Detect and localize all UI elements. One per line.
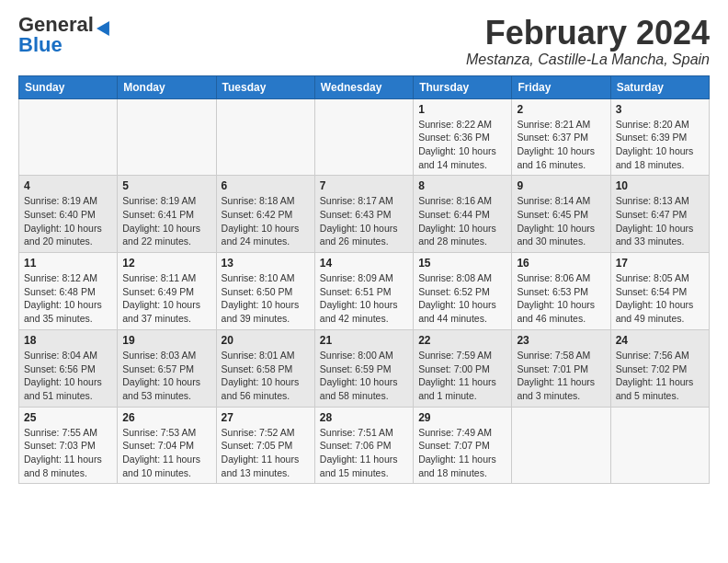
- day-number: 22: [418, 334, 506, 347]
- day-number: 2: [517, 103, 605, 116]
- weekday-header-sunday: Sunday: [19, 75, 118, 98]
- calendar-cell: 10Sunrise: 8:13 AMSunset: 6:47 PMDayligh…: [610, 176, 709, 253]
- day-number: 11: [24, 257, 112, 270]
- day-info: Sunrise: 8:04 AMSunset: 6:56 PMDaylight:…: [24, 349, 112, 403]
- day-info: Sunrise: 7:49 AMSunset: 7:07 PMDaylight:…: [418, 426, 506, 480]
- day-number: 20: [222, 334, 310, 347]
- day-info: Sunrise: 8:03 AMSunset: 6:57 PMDaylight:…: [122, 349, 210, 403]
- calendar-cell: 11Sunrise: 8:12 AMSunset: 6:48 PMDayligh…: [19, 253, 118, 330]
- weekday-header-thursday: Thursday: [414, 75, 512, 98]
- calendar-week-row: 18Sunrise: 8:04 AMSunset: 6:56 PMDayligh…: [19, 329, 710, 407]
- calendar-cell: 26Sunrise: 7:53 AMSunset: 7:04 PMDayligh…: [118, 407, 216, 484]
- day-number: 4: [24, 179, 112, 192]
- calendar-cell: 16Sunrise: 8:06 AMSunset: 6:53 PMDayligh…: [512, 253, 610, 330]
- day-info: Sunrise: 7:58 AMSunset: 7:01 PMDaylight:…: [517, 349, 605, 403]
- calendar-cell: 24Sunrise: 7:56 AMSunset: 7:02 PMDayligh…: [610, 329, 709, 407]
- day-info: Sunrise: 8:20 AMSunset: 6:39 PMDaylight:…: [616, 118, 704, 172]
- calendar-cell: 21Sunrise: 8:00 AMSunset: 6:59 PMDayligh…: [314, 329, 413, 407]
- calendar-cell: 2Sunrise: 8:21 AMSunset: 6:37 PMDaylight…: [512, 98, 610, 176]
- day-number: 13: [222, 257, 310, 270]
- calendar-cell: 13Sunrise: 8:10 AMSunset: 6:50 PMDayligh…: [216, 253, 314, 330]
- calendar-cell: 17Sunrise: 8:05 AMSunset: 6:54 PMDayligh…: [610, 253, 709, 330]
- weekday-header-wednesday: Wednesday: [314, 75, 413, 98]
- day-info: Sunrise: 8:21 AMSunset: 6:37 PMDaylight:…: [517, 118, 605, 172]
- month-title: February 2024: [466, 15, 710, 52]
- day-info: Sunrise: 7:59 AMSunset: 7:00 PMDaylight:…: [418, 349, 506, 403]
- day-number: 29: [418, 411, 506, 424]
- weekday-header-row: SundayMondayTuesdayWednesdayThursdayFrid…: [19, 75, 710, 98]
- day-info: Sunrise: 7:55 AMSunset: 7:03 PMDaylight:…: [24, 426, 112, 480]
- calendar-cell: 27Sunrise: 7:52 AMSunset: 7:05 PMDayligh…: [216, 407, 314, 484]
- calendar-cell: 14Sunrise: 8:09 AMSunset: 6:51 PMDayligh…: [314, 253, 413, 330]
- calendar-cell: 12Sunrise: 8:11 AMSunset: 6:49 PMDayligh…: [118, 253, 216, 330]
- day-info: Sunrise: 8:17 AMSunset: 6:43 PMDaylight:…: [320, 194, 408, 248]
- day-number: 7: [320, 179, 408, 192]
- calendar-cell: 19Sunrise: 8:03 AMSunset: 6:57 PMDayligh…: [118, 329, 216, 407]
- day-number: 25: [24, 411, 112, 424]
- weekday-header-saturday: Saturday: [610, 75, 709, 98]
- day-info: Sunrise: 8:11 AMSunset: 6:49 PMDaylight:…: [122, 271, 210, 326]
- calendar-cell: 6Sunrise: 8:18 AMSunset: 6:42 PMDaylight…: [216, 176, 314, 253]
- day-number: 24: [616, 334, 704, 347]
- calendar-cell: [19, 98, 118, 176]
- day-number: 16: [517, 257, 605, 270]
- calendar-cell: [314, 98, 413, 176]
- calendar-cell: 25Sunrise: 7:55 AMSunset: 7:03 PMDayligh…: [19, 407, 118, 484]
- day-info: Sunrise: 8:01 AMSunset: 6:58 PMDaylight:…: [222, 349, 310, 403]
- day-number: 17: [616, 257, 704, 270]
- day-info: Sunrise: 7:56 AMSunset: 7:02 PMDaylight:…: [616, 349, 704, 403]
- day-info: Sunrise: 8:12 AMSunset: 6:48 PMDaylight:…: [24, 271, 112, 326]
- day-number: 10: [616, 179, 704, 192]
- calendar-cell: 22Sunrise: 7:59 AMSunset: 7:00 PMDayligh…: [414, 329, 512, 407]
- calendar-cell: [118, 98, 216, 176]
- day-number: 21: [320, 334, 408, 347]
- calendar-header: SundayMondayTuesdayWednesdayThursdayFrid…: [19, 75, 710, 98]
- day-number: 9: [517, 179, 605, 192]
- day-info: Sunrise: 8:16 AMSunset: 6:44 PMDaylight:…: [418, 194, 506, 248]
- day-info: Sunrise: 7:52 AMSunset: 7:05 PMDaylight:…: [222, 426, 310, 480]
- day-info: Sunrise: 8:05 AMSunset: 6:54 PMDaylight:…: [616, 271, 704, 326]
- day-number: 23: [517, 334, 605, 347]
- day-number: 18: [24, 334, 112, 347]
- calendar-cell: 20Sunrise: 8:01 AMSunset: 6:58 PMDayligh…: [216, 329, 314, 407]
- day-info: Sunrise: 8:06 AMSunset: 6:53 PMDaylight:…: [517, 271, 605, 326]
- calendar-week-row: 25Sunrise: 7:55 AMSunset: 7:03 PMDayligh…: [19, 407, 710, 484]
- calendar-cell: 15Sunrise: 8:08 AMSunset: 6:52 PMDayligh…: [414, 253, 512, 330]
- day-info: Sunrise: 7:53 AMSunset: 7:04 PMDaylight:…: [122, 426, 210, 480]
- day-info: Sunrise: 8:14 AMSunset: 6:45 PMDaylight:…: [517, 194, 605, 248]
- day-info: Sunrise: 8:19 AMSunset: 6:40 PMDaylight:…: [24, 194, 112, 248]
- day-number: 28: [320, 411, 408, 424]
- calendar-week-row: 1Sunrise: 8:22 AMSunset: 6:36 PMDaylight…: [19, 98, 710, 176]
- day-number: 6: [222, 179, 310, 192]
- day-number: 27: [222, 411, 310, 424]
- day-number: 14: [320, 257, 408, 270]
- calendar-cell: 3Sunrise: 8:20 AMSunset: 6:39 PMDaylight…: [610, 98, 709, 176]
- day-info: Sunrise: 8:08 AMSunset: 6:52 PMDaylight:…: [418, 271, 506, 326]
- day-number: 1: [418, 103, 506, 116]
- calendar-cell: 28Sunrise: 7:51 AMSunset: 7:06 PMDayligh…: [314, 407, 413, 484]
- calendar-cell: 7Sunrise: 8:17 AMSunset: 6:43 PMDaylight…: [314, 176, 413, 253]
- day-info: Sunrise: 8:00 AMSunset: 6:59 PMDaylight:…: [320, 349, 408, 403]
- day-info: Sunrise: 8:18 AMSunset: 6:42 PMDaylight:…: [222, 194, 310, 248]
- day-number: 5: [122, 179, 210, 192]
- weekday-header-monday: Monday: [118, 75, 216, 98]
- logo: General Blue: [18, 15, 110, 55]
- calendar-cell: 8Sunrise: 8:16 AMSunset: 6:44 PMDaylight…: [414, 176, 512, 253]
- calendar-cell: [610, 407, 709, 484]
- calendar-cell: 23Sunrise: 7:58 AMSunset: 7:01 PMDayligh…: [512, 329, 610, 407]
- calendar-week-row: 11Sunrise: 8:12 AMSunset: 6:48 PMDayligh…: [19, 253, 710, 330]
- day-info: Sunrise: 8:22 AMSunset: 6:36 PMDaylight:…: [418, 118, 506, 172]
- calendar-table: SundayMondayTuesdayWednesdayThursdayFrid…: [18, 75, 710, 485]
- calendar-week-row: 4Sunrise: 8:19 AMSunset: 6:40 PMDaylight…: [19, 176, 710, 253]
- weekday-header-friday: Friday: [512, 75, 610, 98]
- logo-blue-text: Blue: [18, 35, 63, 55]
- location-title: Mestanza, Castille-La Mancha, Spain: [466, 52, 710, 68]
- calendar-cell: 5Sunrise: 8:19 AMSunset: 6:41 PMDaylight…: [118, 176, 216, 253]
- day-number: 26: [122, 411, 210, 424]
- day-info: Sunrise: 8:10 AMSunset: 6:50 PMDaylight:…: [222, 271, 310, 326]
- day-number: 15: [418, 257, 506, 270]
- logo-arrow-icon: [97, 17, 116, 36]
- day-info: Sunrise: 8:19 AMSunset: 6:41 PMDaylight:…: [122, 194, 210, 248]
- day-number: 12: [122, 257, 210, 270]
- day-info: Sunrise: 8:13 AMSunset: 6:47 PMDaylight:…: [616, 194, 704, 248]
